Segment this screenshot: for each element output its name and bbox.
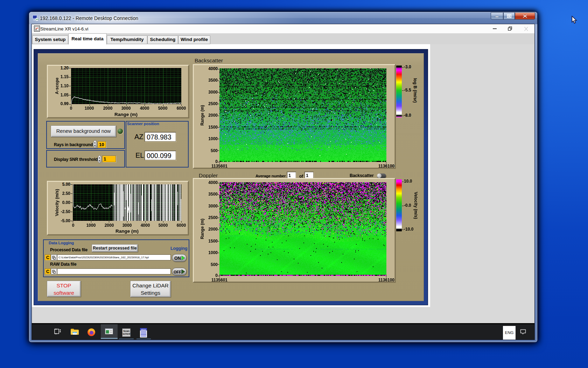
svg-text:WEEK: WEEK <box>141 328 147 330</box>
